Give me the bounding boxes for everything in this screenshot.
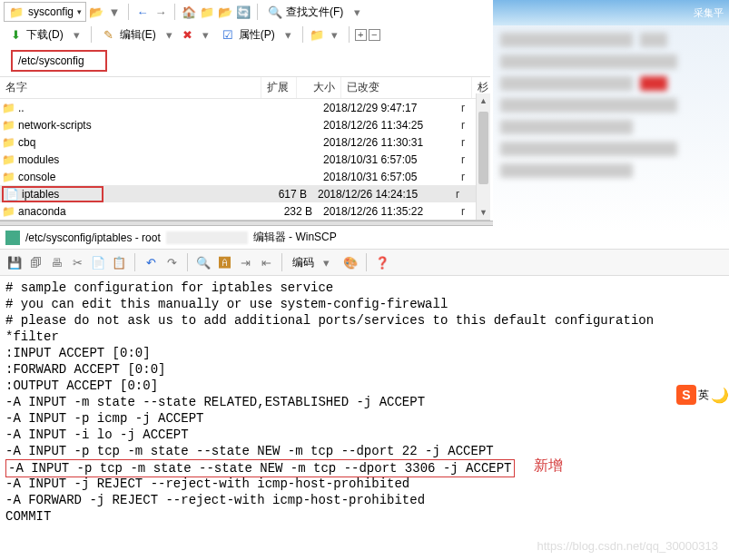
chevron-down-icon: ▾	[317, 253, 335, 271]
open-folder-icon[interactable]: 📂	[88, 4, 104, 20]
download-button[interactable]: ⬇ 下载(D)	[4, 25, 67, 44]
chevron-down-icon[interactable]: ▾	[281, 26, 297, 43]
code-line: -A INPUT -i lo -j ACCEPT	[5, 427, 724, 443]
file-icon: 📁	[0, 171, 16, 183]
separator	[257, 4, 258, 20]
goto2-icon[interactable]: ⇤	[257, 253, 275, 271]
address-text: /etc/sysconfig	[18, 54, 84, 67]
file-flag: r	[456, 102, 468, 114]
properties-button[interactable]: ☑ 属性(P)	[216, 25, 279, 44]
file-date: 2018/10/31 6:57:05	[318, 153, 456, 166]
chevron-down-icon[interactable]: ▾	[327, 26, 343, 43]
separator	[281, 253, 282, 271]
find-files-button[interactable]: 🔍 查找文件(F)	[263, 3, 347, 21]
col-ext[interactable]: 扩展	[261, 77, 297, 98]
editor-title-suffix: 编辑器 - WinSCP	[253, 230, 337, 245]
file-size: 232 B	[274, 205, 318, 218]
forward-icon[interactable]: →	[153, 4, 169, 20]
parent-icon[interactable]: 📂	[217, 4, 233, 20]
file-date: 2018/12/26 11:30:31	[318, 136, 456, 149]
help-icon[interactable]: ❓	[373, 253, 391, 271]
scroll-up-icon[interactable]: ▲	[477, 93, 490, 108]
separator	[187, 253, 188, 271]
file-name: iptables	[20, 188, 102, 201]
scroll-down-icon[interactable]: ▼	[477, 205, 490, 220]
color-icon[interactable]: 🎨	[341, 253, 360, 271]
save-icon[interactable]: 💾	[5, 253, 24, 271]
file-flag: r	[450, 188, 463, 201]
scrollbar[interactable]: ▲ ▼	[476, 93, 490, 220]
code-line: *filter	[5, 329, 724, 345]
folder-dropdown[interactable]: 📁 sysconfig ▾	[4, 2, 86, 22]
delete-icon[interactable]: ✖	[180, 26, 196, 43]
file-row[interactable]: 📄iptables617 B2018/12/26 14:24:15r	[0, 185, 490, 202]
plus-icon[interactable]: +	[355, 29, 367, 41]
code-line: # please do not ask us to add additional…	[5, 312, 724, 329]
code-line: :OUTPUT ACCEPT [0:0]	[5, 378, 724, 394]
file-icon: 📄	[4, 188, 20, 201]
file-date: 2018/12/26 14:24:15	[312, 188, 450, 201]
file-icon: 📁	[0, 136, 16, 149]
edit-label: 编辑(E)	[120, 27, 156, 43]
scroll-thumb[interactable]	[478, 112, 488, 184]
address-bar[interactable]: /etc/sysconfig	[11, 50, 107, 72]
file-flag: r	[456, 153, 468, 166]
file-row[interactable]: 📁cbq2018/12/26 11:30:31r	[0, 133, 490, 151]
file-name: ..	[16, 102, 274, 114]
back-icon[interactable]: ←	[134, 4, 151, 20]
replace-icon[interactable]: 🅰	[215, 253, 233, 271]
chevron-down-icon[interactable]: ▾	[198, 26, 214, 43]
refresh-icon[interactable]: 🔄	[235, 4, 251, 20]
file-row[interactable]: 📁anaconda232 B2018/12/26 11:35:22r	[0, 202, 490, 220]
goto-icon[interactable]: ⇥	[236, 253, 254, 271]
find-icon[interactable]: 🔍	[194, 253, 212, 271]
file-name: anaconda	[16, 205, 274, 218]
chevron-down-icon[interactable]: ▾	[162, 26, 178, 43]
chevron-down-icon[interactable]: ▾	[349, 4, 365, 20]
reload-icon[interactable]: 🗐	[26, 253, 44, 271]
print-icon[interactable]: 🖶	[47, 253, 65, 271]
minus-icon[interactable]: −	[369, 29, 380, 41]
file-row[interactable]: 📁..2018/12/29 9:47:17r	[0, 99, 490, 116]
file-row[interactable]: 📁network-scripts2018/12/26 11:34:25r	[0, 116, 490, 133]
redo-icon[interactable]: ↷	[163, 253, 181, 271]
filter-icon[interactable]: ▼	[106, 4, 123, 20]
editor-title-prefix: /etc/sysconfig/iptables - root	[25, 231, 161, 244]
root-icon[interactable]: 📁	[199, 4, 215, 20]
undo-icon[interactable]: ↶	[142, 253, 160, 271]
col-size[interactable]: 大小	[297, 77, 340, 98]
ime-text: 英	[698, 388, 709, 403]
separator	[302, 26, 303, 43]
new-folder-icon[interactable]: 📁	[309, 26, 325, 43]
background-window: 采集平	[493, 0, 729, 232]
col-changed[interactable]: 已改变	[341, 77, 472, 98]
ime-badge[interactable]: S 英 🌙	[676, 385, 729, 405]
file-name: console	[16, 171, 274, 183]
file-flag: r	[456, 119, 468, 132]
column-headers[interactable]: 名字 扩展 大小 已改变 杉	[0, 77, 490, 99]
cut-icon[interactable]: ✂	[68, 253, 86, 271]
code-line: -A INPUT -p tcp -m state --state NEW -m …	[5, 443, 724, 459]
file-list: 名字 扩展 大小 已改变 杉 📁..2018/12/29 9:47:17r📁ne…	[0, 77, 490, 220]
encoding-button[interactable]: 编码 ▾	[289, 252, 339, 272]
editor-toolbar: 💾 🗐 🖶 ✂ 📄 📋 ↶ ↷ 🔍 🅰 ⇥ ⇤ 编码 ▾ 🎨 ❓	[0, 250, 729, 276]
paste-icon[interactable]: 📋	[110, 253, 128, 271]
file-row[interactable]: 📁modules2018/10/31 6:57:05r	[0, 151, 490, 168]
file-flag: r	[456, 205, 468, 218]
home-icon[interactable]: 🏠	[181, 4, 197, 20]
folder-dropdown-label: sysconfig	[28, 5, 74, 18]
file-row[interactable]: 📁console2018/10/31 6:57:05r	[0, 168, 490, 185]
chevron-down-icon[interactable]: ▾	[69, 26, 85, 43]
encoding-label: 编码	[292, 255, 314, 270]
separator	[349, 26, 350, 43]
code-line: COMMIT	[5, 508, 724, 525]
moon-icon: 🌙	[711, 387, 729, 404]
copy-icon[interactable]: 📄	[89, 253, 107, 271]
separator	[134, 253, 135, 271]
code-area[interactable]: # sample configuration for iptables serv…	[0, 276, 729, 528]
file-name: cbq	[16, 136, 274, 149]
edit-button[interactable]: ✎ 编辑(E)	[97, 25, 160, 44]
find-icon: 🔍	[267, 4, 283, 20]
editor-panel: /etc/sysconfig/iptables - root 编辑器 - Win…	[0, 226, 729, 528]
col-name[interactable]: 名字	[0, 77, 261, 98]
